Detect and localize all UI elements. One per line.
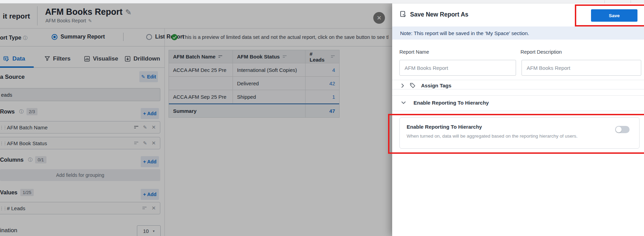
chevron-down-icon bbox=[401, 101, 406, 104]
tab-divider bbox=[631, 0, 631, 3]
hierarchy-toggle-switch[interactable] bbox=[615, 126, 630, 133]
tag-icon bbox=[410, 83, 416, 88]
toggle-knob bbox=[616, 127, 622, 132]
modal-dim-overlay bbox=[0, 3, 392, 236]
accordion-border bbox=[392, 95, 644, 96]
chevron-right-icon bbox=[401, 83, 404, 88]
report-name-label: Report Name bbox=[399, 49, 429, 55]
hierarchy-toggle-description: When turned on, data will be aggregated … bbox=[407, 133, 639, 139]
report-description-label: Report Description bbox=[520, 49, 562, 55]
report-description-input[interactable] bbox=[522, 60, 641, 76]
save-report-icon bbox=[400, 11, 406, 19]
browser-strip bbox=[0, 0, 644, 3]
accordion-border bbox=[392, 89, 644, 89]
accordion-border bbox=[392, 111, 644, 111]
save-button[interactable]: Save bbox=[591, 9, 637, 22]
hierarchy-card: Enable Reporting To Hierarchy When turne… bbox=[399, 117, 640, 149]
assign-tags-accordion[interactable]: Assign Tags bbox=[401, 83, 451, 88]
report-name-input[interactable] bbox=[399, 60, 516, 76]
tab-divider bbox=[604, 0, 605, 3]
save-location-note: Note: This report will be saved in the ‘… bbox=[392, 26, 644, 40]
hierarchy-accordion[interactable]: Enable Reporting To Hierarchy bbox=[401, 100, 489, 106]
save-report-drawer: Save New Report As Save Note: This repor… bbox=[392, 3, 644, 236]
hierarchy-toggle-label: Enable Reporting To Hierarchy bbox=[407, 124, 639, 130]
screenshot-stage: it report AFM Books Report✎ AFM Books Re… bbox=[0, 0, 644, 236]
accordion-border bbox=[392, 80, 644, 80]
drawer-title: Save New Report As bbox=[410, 11, 469, 18]
